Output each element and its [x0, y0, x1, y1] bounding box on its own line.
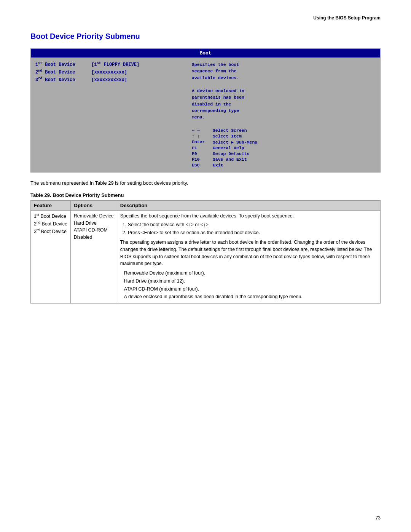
table-header-row: Feature Options Description: [31, 200, 381, 210]
desc-steps: Select the boot device with <↑> or <↓>. …: [128, 221, 377, 237]
sub-item-2: Hard Drive (maximum of 12).: [124, 278, 377, 285]
bios-help-panel: Specifies the boot sequence from the ava…: [186, 58, 380, 172]
col-feature: Feature: [31, 200, 71, 210]
sub-item-4: A device enclosed in parenthesis has bee…: [124, 293, 377, 300]
key-f10: F10 Save and Exit: [192, 157, 375, 162]
page-title: Boot Device Priority Submenu: [30, 32, 381, 41]
desc-line1: Specifies the boot sequence from the ava…: [120, 212, 377, 220]
key-arrows: ← → Select Screen: [192, 128, 375, 133]
intro-paragraph: The submenu represented in Table 29 is f…: [30, 179, 381, 187]
step-1: Select the boot device with <↑> or <↓>.: [128, 221, 377, 228]
bios-device-row-3: 3rd Boot Device [xxxxxxxxxxx]: [35, 77, 182, 83]
table-caption: Table 29. Boot Device Priority Submenu: [30, 192, 381, 198]
key-p9: P9 Setup Defaults: [192, 151, 375, 156]
desc-para2: The operating system assigns a drive let…: [120, 239, 377, 267]
key-updown: ↑ ↓ Select Item: [192, 134, 375, 139]
bios-description: Specifies the boot sequence from the ava…: [192, 61, 375, 120]
sub-item-1: Removable Device (maximum of four).: [124, 270, 377, 277]
sub-item-3: ATAPI CD-ROM (maximum of four).: [124, 286, 377, 293]
bios-keys: ← → Select Screen ↑ ↓ Select Item Enter …: [192, 128, 375, 168]
bios-device-row-1: 1st Boot Device [1st FLOPPY DRIVE]: [35, 61, 182, 67]
header-text: Using the BIOS Setup Program: [313, 15, 381, 21]
col-options: Options: [70, 200, 117, 210]
bios-tab-header: Boot: [31, 49, 380, 58]
options-cell: Removable Device Hard Drive ATAPI CD-ROM…: [70, 210, 117, 303]
step-2: Press <Enter> to set the selection as th…: [128, 229, 377, 236]
col-description: Description: [117, 200, 380, 210]
page-header: Using the BIOS Setup Program: [30, 15, 381, 21]
page-number: 73: [376, 515, 381, 521]
boot-priority-table: Feature Options Description 1st Boot Dev…: [30, 200, 381, 304]
description-cell: Specifies the boot sequence from the ava…: [117, 210, 380, 303]
key-enter: Enter Select ▶ Sub-Menu: [192, 139, 375, 145]
key-esc: ESC Exit: [192, 163, 375, 168]
bios-screen: Boot 1st Boot Device [1st FLOPPY DRIVE] …: [30, 48, 381, 173]
table-row: 1st Boot Device 2nd Boot Device 3rd Boot…: [31, 210, 381, 303]
bios-device-list: 1st Boot Device [1st FLOPPY DRIVE] 2nd B…: [31, 58, 186, 172]
bios-device-row-2: 2nd Boot Device [xxxxxxxxxxx]: [35, 69, 182, 75]
feature-cell: 1st Boot Device 2nd Boot Device 3rd Boot…: [31, 210, 71, 303]
key-f1: F1 General Help: [192, 145, 375, 150]
